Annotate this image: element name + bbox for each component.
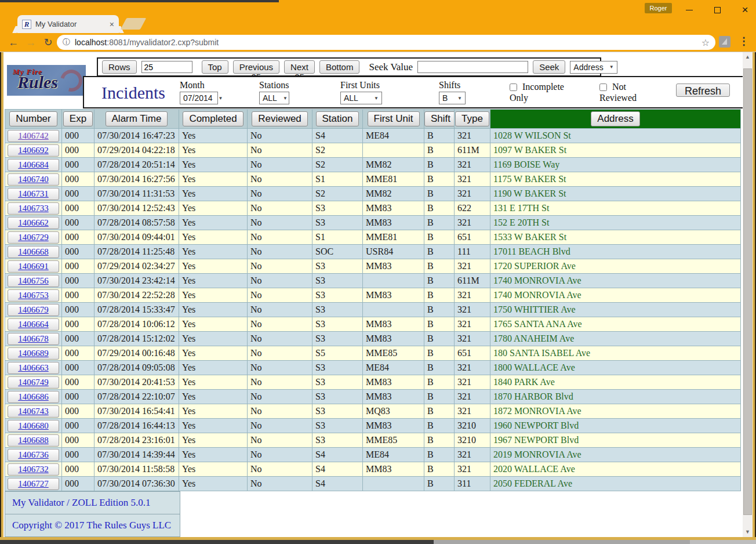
scrollbar-down-icon[interactable]: ▼ xyxy=(743,527,753,537)
incident-number-link[interactable]: 1406731 xyxy=(8,188,59,200)
incident-number-link[interactable]: 1406680 xyxy=(8,420,59,432)
incident-number-link[interactable]: 1406743 xyxy=(8,405,59,418)
incident-number-link[interactable]: 1406732 xyxy=(8,463,59,476)
column-sort-button-exp[interactable]: Exp xyxy=(63,111,93,126)
tab-close-icon[interactable]: × xyxy=(110,20,114,29)
incident-number-link[interactable]: 1406688 xyxy=(8,434,59,447)
incident-number-link[interactable]: 1406689 xyxy=(8,347,59,360)
close-button[interactable]: × xyxy=(739,3,751,16)
first-units-select[interactable]: ALL ▼ xyxy=(340,92,382,104)
incident-number-link[interactable]: 1406692 xyxy=(8,144,59,157)
cell-number: 1406684 xyxy=(5,158,62,172)
incident-number-link[interactable]: 1406727 xyxy=(8,478,59,490)
vertical-scrollbar[interactable]: ▲ ▼ xyxy=(743,52,753,537)
cell-completed: Yes xyxy=(179,303,248,317)
cell-reviewed: No xyxy=(248,317,312,332)
browser-profile-badge[interactable]: Roger xyxy=(645,3,672,13)
bottom-button[interactable]: Bottom xyxy=(319,60,360,74)
new-tab-button[interactable] xyxy=(121,18,147,30)
cell-number: 1406736 xyxy=(5,448,62,462)
minimize-button[interactable] xyxy=(683,3,696,16)
cell-reviewed: No xyxy=(248,433,312,448)
incident-number-link[interactable]: 1406733 xyxy=(8,202,59,215)
column-sort-button-station[interactable]: Station xyxy=(316,111,359,126)
extension-icon[interactable] xyxy=(719,36,730,48)
cell-alarm-time: 07/30/2014 20:41:53 xyxy=(94,375,179,390)
bookmark-star-icon[interactable]: ☆ xyxy=(702,37,710,48)
browser-tab[interactable]: R My Validator × xyxy=(17,15,119,33)
incident-number-link[interactable]: 1406668 xyxy=(8,246,59,258)
not-reviewed-checkbox[interactable] xyxy=(599,84,607,91)
seek-value-input[interactable] xyxy=(417,61,528,73)
rows-button[interactable]: Rows xyxy=(102,60,137,74)
cell-completed: Yes xyxy=(179,230,248,245)
cell-first-unit: MM83 xyxy=(363,390,424,404)
incident-number-link[interactable]: 1406753 xyxy=(8,289,59,302)
incident-number-link[interactable]: 1406678 xyxy=(8,333,59,345)
cell-number: 1406663 xyxy=(5,361,62,375)
rows-input[interactable] xyxy=(141,61,192,73)
incident-number-link[interactable]: 1406664 xyxy=(8,318,59,331)
column-sort-button-alarm-time[interactable]: Alarm Time xyxy=(106,111,168,126)
incident-number-link[interactable]: 1406691 xyxy=(8,260,59,273)
cell-type: 3210 xyxy=(455,433,490,448)
forward-icon[interactable]: → xyxy=(22,37,39,49)
top-button[interactable]: Top xyxy=(202,60,228,74)
incident-number-link[interactable]: 1406679 xyxy=(8,304,59,316)
cell-number: 1406756 xyxy=(5,274,62,288)
logo-text-main: Rules xyxy=(17,72,58,92)
incomplete-only-checkbox[interactable] xyxy=(510,84,517,91)
seek-value-label: Seek Value xyxy=(369,61,413,73)
incident-number-link[interactable]: 1406740 xyxy=(8,173,59,186)
info-icon[interactable]: ⓘ xyxy=(63,37,70,48)
column-sort-button-address[interactable]: Address xyxy=(591,111,639,126)
next-button[interactable]: Next 25 xyxy=(284,60,315,74)
shifts-select[interactable]: B ▼ xyxy=(439,92,466,104)
cell-reviewed: No xyxy=(248,129,312,143)
cell-number: 1406668 xyxy=(5,245,62,259)
previous-button[interactable]: Previous 25 xyxy=(233,60,279,74)
maximize-button[interactable] xyxy=(711,3,724,16)
column-sort-button-completed[interactable]: Completed xyxy=(183,111,243,126)
stations-select[interactable]: ALL ▼ xyxy=(259,92,289,104)
cell-address: 131 E 17TH St xyxy=(490,201,741,216)
cell-station: S2 xyxy=(312,187,363,201)
seek-button[interactable]: Seek xyxy=(533,60,565,74)
incident-number-link[interactable]: 1406756 xyxy=(8,275,59,287)
window-right-edge xyxy=(753,52,756,540)
scrollbar-thumb[interactable] xyxy=(743,68,752,515)
back-icon[interactable]: ← xyxy=(5,37,22,49)
incident-number-link[interactable]: 1406742 xyxy=(8,130,59,142)
incident-number-link[interactable]: 1406749 xyxy=(8,376,59,389)
column-sort-button-type[interactable]: Type xyxy=(455,111,489,126)
cell-shift: B xyxy=(424,419,455,433)
month-selected-value: 07/2014 xyxy=(183,93,213,103)
incident-number-link[interactable]: 1406736 xyxy=(8,449,59,461)
incident-number-link[interactable]: 1406686 xyxy=(8,391,59,403)
incident-number-link[interactable]: 1406729 xyxy=(8,231,59,244)
cell-reviewed: No xyxy=(248,477,312,491)
column-sort-button-shift[interactable]: Shift xyxy=(424,111,455,126)
column-sort-button-first-unit[interactable]: First Unit xyxy=(368,111,420,126)
month-select[interactable]: 07/2014 ▼ xyxy=(180,92,218,104)
incident-number-link[interactable]: 1406684 xyxy=(8,159,59,171)
url-text[interactable]: localhost:8081/myvalidator2.cxp?submit xyxy=(75,38,702,47)
cell-address: 180 SANTA ISABEL Ave xyxy=(490,346,741,361)
column-sort-button-reviewed[interactable]: Reviewed xyxy=(252,111,308,126)
reload-icon[interactable]: ↻ xyxy=(39,36,57,49)
cell-shift: B xyxy=(424,129,455,143)
cell-number: 1406742 xyxy=(5,129,62,143)
incomplete-only-label-line1: Incomplete xyxy=(522,82,564,92)
table-row: 140669100007/29/2014 02:34:27YesNoS3MM83… xyxy=(5,259,741,274)
column-sort-button-number[interactable]: Number xyxy=(9,111,57,126)
refresh-button[interactable]: Refresh xyxy=(676,84,730,97)
cell-completed: Yes xyxy=(179,288,248,303)
browser-menu-icon[interactable]: ⋮ xyxy=(739,35,749,48)
incident-number-link[interactable]: 1406662 xyxy=(8,217,59,229)
url-bar[interactable]: ⓘ localhost:8081/myvalidator2.cxp?submit… xyxy=(57,35,715,50)
scrollbar-up-icon[interactable]: ▲ xyxy=(743,52,753,62)
seek-field-select[interactable]: Address ▼ xyxy=(570,61,617,74)
cell-reviewed: No xyxy=(248,245,312,259)
cell-alarm-time: 07/29/2014 04:22:18 xyxy=(94,143,179,158)
incident-number-link[interactable]: 1406663 xyxy=(8,362,59,374)
